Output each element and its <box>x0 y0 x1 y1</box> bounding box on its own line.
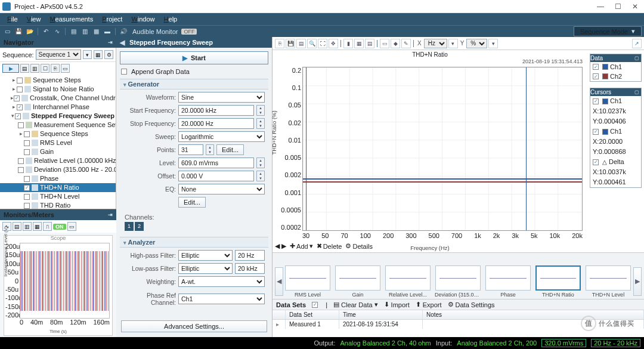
tree-node[interactable]: ▾Stepped Frequency Sweep <box>0 112 116 121</box>
nav-tb-1[interactable]: ▤ <box>20 64 29 73</box>
tree-node[interactable]: ▸Interchannel Phase <box>0 103 116 112</box>
weighting-select[interactable]: A-wt. <box>178 276 265 287</box>
navigator-tree[interactable]: ▸Sequence Steps▸Signal to Noise Ratio▸Cr… <box>0 75 116 209</box>
sequence-mode-select[interactable]: Sequence Mode <box>574 26 642 36</box>
save-icon[interactable]: 💾 <box>14 27 23 36</box>
waveform-select[interactable]: Sine <box>178 92 265 103</box>
menu-measurements[interactable]: Measurements <box>46 14 97 24</box>
points-edit-button[interactable]: Edit... <box>216 144 244 155</box>
spinner[interactable]: ▲▼ <box>256 157 265 168</box>
tree-node[interactable]: ▸Sequence Steps <box>0 129 116 138</box>
mon-tb-2[interactable]: ▤ <box>13 222 21 231</box>
clear-data-button[interactable]: ▤Clear Data ▾ <box>333 301 378 308</box>
seq-grid-button[interactable]: ▦ <box>94 50 103 59</box>
meter2-icon[interactable]: ▥ <box>80 27 89 36</box>
tree-node[interactable]: ▸Signal to Noise Ratio <box>0 85 116 94</box>
lp-filter-select[interactable]: Elliptic <box>178 263 233 274</box>
result-thumbnail[interactable]: THD+N Level <box>585 265 631 298</box>
ct-print-icon[interactable]: ▤ <box>296 39 306 48</box>
spinner[interactable]: ▲▼ <box>256 118 265 129</box>
minimize-button[interactable]: — <box>597 2 604 11</box>
thumb-prev-button[interactable]: ◀ <box>275 267 283 296</box>
ct-legend-icon[interactable]: ▤ <box>365 39 374 48</box>
ds-check[interactable] <box>312 302 318 308</box>
menu-file[interactable]: File <box>4 14 21 24</box>
speaker-icon[interactable]: 🔊 <box>119 27 128 36</box>
tree-node[interactable]: Gain <box>0 147 116 156</box>
offset-input[interactable] <box>178 171 254 181</box>
result-thumbnail[interactable]: RMS Level <box>284 265 331 298</box>
ct-grid-icon[interactable]: ▦ <box>354 39 364 48</box>
pin-icon[interactable]: ⇥ <box>108 39 113 45</box>
spinner[interactable]: ▲▼ <box>256 105 265 116</box>
popout-icon[interactable]: ↗ <box>632 39 642 48</box>
signal-icon[interactable]: ∿ <box>52 27 62 36</box>
tree-node[interactable]: THD+N Level <box>0 192 116 201</box>
ct-note-icon[interactable]: ✎ <box>401 39 411 48</box>
main-chart[interactable]: THD+N Ratio 2021-08-19 15:31:54.413 AP T… <box>273 50 587 252</box>
tree-node[interactable]: ▸Sequence Steps <box>0 76 116 85</box>
ct-marker-icon[interactable]: ◆ <box>391 39 400 48</box>
mon-tb-3[interactable]: ▥ <box>23 222 32 231</box>
pin-icon[interactable]: ⇥ <box>108 212 113 218</box>
advanced-settings-button[interactable]: Advanced Settings... <box>121 320 267 332</box>
ct-fit-icon[interactable]: ⛶ <box>318 39 327 48</box>
ct-pan-icon[interactable]: ✥ <box>329 39 338 48</box>
eq-edit-button[interactable]: Edit... <box>178 197 206 208</box>
nav-tb-4[interactable]: ⎘ <box>51 64 60 73</box>
run-button[interactable]: ▶ <box>2 64 19 73</box>
meter1-icon[interactable]: ▤ <box>69 27 78 36</box>
nav-tb-5[interactable]: ▭ <box>61 64 70 73</box>
nav-tb-3[interactable]: ☐ <box>41 64 49 73</box>
menu-view[interactable]: View <box>23 14 45 24</box>
hp-value-input[interactable] <box>235 250 265 261</box>
tree-node[interactable]: THD+N Ratio <box>0 183 116 192</box>
spinner[interactable]: ▲▼ <box>256 171 265 181</box>
hp-filter-select[interactable]: Elliptic <box>178 250 233 261</box>
thumb-add-button[interactable]: ✚Add ▾ <box>290 242 313 250</box>
spinner[interactable]: ▲▼ <box>206 144 214 155</box>
sweep-select[interactable]: Logarithmic <box>178 131 265 142</box>
sequence-select[interactable]: Sequence 1 <box>36 50 81 60</box>
eq-select[interactable]: None <box>178 184 265 194</box>
y-unit-select[interactable]: % <box>466 39 487 48</box>
level-input[interactable] <box>178 157 254 168</box>
phase-ref-select[interactable]: Ch1 <box>178 294 265 304</box>
result-thumbnail[interactable]: Phase <box>485 265 531 298</box>
monitor-on-badge[interactable]: ON <box>53 224 66 230</box>
tree-node[interactable]: Relative Level (1.00000 kHz) <box>0 156 116 165</box>
tree-node[interactable]: RMS Level <box>0 138 116 147</box>
result-thumbnail[interactable]: Gain <box>335 265 381 298</box>
export-button[interactable]: ⬆Export <box>416 301 442 308</box>
analyzer-section[interactable]: Analyzer <box>120 237 268 248</box>
stop-freq-input[interactable] <box>178 118 254 129</box>
tree-node[interactable]: ▸Crosstalk, One Channel Undriven <box>0 94 116 103</box>
start-button[interactable]: Start <box>120 51 268 64</box>
audible-toggle[interactable]: OFF <box>181 29 197 35</box>
x-unit-select[interactable]: Hz <box>424 39 447 48</box>
maximize-button[interactable]: ☐ <box>615 2 621 11</box>
mon-tb-5[interactable]: ⎍ <box>43 222 52 231</box>
append-checkbox[interactable] <box>121 69 127 75</box>
meter3-icon[interactable]: ▦ <box>91 27 101 36</box>
thumb-delete-button[interactable]: ✖Delete <box>317 242 342 250</box>
back-icon[interactable]: ◀ <box>120 39 125 47</box>
y-opts-icon[interactable]: ▾ <box>488 39 498 48</box>
menu-project[interactable]: Project <box>98 14 126 24</box>
ct-save-icon[interactable]: 💾 <box>286 39 295 48</box>
channel-2-button[interactable]: 2 <box>135 222 144 231</box>
ct-copy-icon[interactable]: ⎘ <box>275 39 284 48</box>
result-thumbnail[interactable]: Relative Level... <box>385 265 431 298</box>
thumb-details-button[interactable]: ⚙Details <box>345 242 373 250</box>
tree-node[interactable]: Phase <box>0 174 116 183</box>
tree-node[interactable]: Deviation (315.000 Hz - 20.0000 <box>0 165 116 174</box>
ct-limit-icon[interactable]: ▭ <box>380 39 389 48</box>
data-settings-button[interactable]: ⚙Data Settings <box>448 301 495 308</box>
x-opts-icon[interactable]: ▾ <box>448 39 458 48</box>
ct-cursor-icon[interactable]: ▮ <box>343 39 353 48</box>
result-thumbnail[interactable]: THD+N Ratio <box>535 265 581 298</box>
result-thumbnail[interactable]: Deviation (315.000... <box>435 265 481 298</box>
undo-icon[interactable]: ↶ <box>41 27 51 36</box>
seq-gear-icon[interactable]: ⚙ <box>104 50 113 59</box>
mon-tb-4[interactable]: ▦ <box>33 222 42 231</box>
